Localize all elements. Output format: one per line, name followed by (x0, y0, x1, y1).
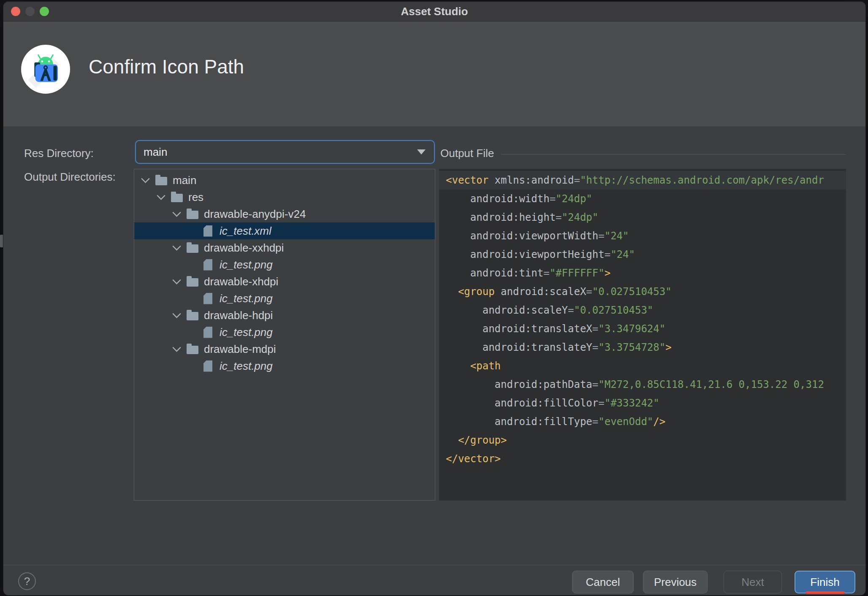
file-icon (203, 225, 212, 237)
tree-item-drawable-mdpi[interactable]: drawable-mdpi (134, 341, 435, 358)
tree-item-ic_test.png[interactable]: ic_test.png (134, 358, 435, 374)
tree-item-main[interactable]: main (134, 172, 435, 189)
tree-item-ic_test.xml[interactable]: ic_test.xml (134, 222, 435, 239)
code-line: android:pathData="M272,0.85C118.41,21.6 … (439, 375, 846, 394)
cancel-button[interactable]: Cancel (572, 571, 634, 593)
footer-divider (3, 565, 865, 565)
previous-button[interactable]: Previous (643, 571, 708, 593)
code-line: </group> (439, 431, 846, 450)
android-studio-icon (21, 45, 70, 94)
folder-icon (187, 312, 198, 320)
file-icon (203, 293, 212, 304)
asset-studio-dialog: Asset Studio (3, 2, 865, 595)
tree-item-label: drawable-hdpi (204, 309, 273, 322)
output-file-preview[interactable]: <vector xmlns:android="http://schemas.an… (439, 169, 846, 501)
folder-icon (187, 278, 198, 287)
code-line: <vector xmlns:android="http://schemas.an… (439, 171, 846, 190)
finish-button[interactable]: Finish (795, 571, 855, 593)
tree-item-label: res (188, 191, 203, 204)
code-line: android:fillColor="#333242" (439, 394, 846, 412)
tree-item-ic_test.png[interactable]: ic_test.png (134, 256, 435, 273)
separator-line (501, 154, 846, 154)
code-line: android:tint="#FFFFFF"> (439, 264, 846, 282)
next-button: Next (724, 571, 782, 593)
folder-icon (187, 244, 198, 253)
code-line: android:fillType="evenOdd"/> (439, 412, 846, 431)
tree-item-label: main (173, 174, 196, 187)
tree-item-label: drawable-xhdpi (204, 275, 278, 288)
chevron-down-icon[interactable] (172, 343, 181, 352)
chevron-down-icon[interactable] (172, 242, 181, 251)
res-directory-label: Res Directory: (24, 147, 94, 160)
finish-underline-annotation (806, 591, 845, 594)
folder-icon (155, 177, 167, 185)
folder-icon (187, 211, 198, 219)
code-line: android:viewportHeight="24" (439, 245, 846, 264)
code-line: android:translateX="3.3479624" (439, 320, 846, 338)
output-file-header: Output File (440, 147, 846, 160)
tree-item-label: drawable-xxhdpi (204, 241, 284, 255)
help-button[interactable]: ? (18, 572, 36, 590)
tree-item-label: drawable-anydpi-v24 (204, 208, 306, 221)
code-line: android:viewportWidth="24" (439, 227, 846, 245)
code-line: <group android:scaleX="0.027510453" (439, 282, 846, 301)
code-line: android:translateY="3.3754728"> (439, 338, 846, 357)
tree-item-label: drawable-mdpi (204, 343, 276, 356)
chevron-down-icon[interactable] (157, 191, 165, 200)
tree-item-drawable-hdpi[interactable]: drawable-hdpi (134, 307, 435, 324)
res-directory-combobox[interactable]: main (135, 140, 435, 164)
chevron-down-icon[interactable] (141, 174, 150, 183)
file-icon (203, 360, 212, 372)
chevron-down-icon[interactable] (172, 276, 181, 284)
tree-item-drawable-xhdpi[interactable]: drawable-xhdpi (134, 273, 435, 290)
tree-item-label: ic_test.xml (220, 225, 271, 238)
code-line: android:width="24dp" (439, 190, 846, 208)
tree-item-label: ic_test.png (220, 258, 273, 271)
tree-item-label: ic_test.png (220, 326, 273, 339)
res-directory-value: main (144, 146, 417, 159)
chevron-down-icon[interactable] (172, 309, 181, 318)
file-icon (203, 327, 212, 338)
tree-item-res[interactable]: res (134, 189, 435, 206)
window-title: Asset Studio (3, 2, 865, 21)
tree-item-drawable-xxhdpi[interactable]: drawable-xxhdpi (134, 239, 435, 256)
titlebar: Asset Studio (3, 2, 865, 22)
file-icon (203, 259, 212, 271)
tree-item-ic_test.png[interactable]: ic_test.png (134, 290, 435, 307)
tree-item-drawable-anydpi-v24[interactable]: drawable-anydpi-v24 (134, 206, 435, 222)
chevron-down-icon[interactable] (172, 208, 181, 217)
folder-icon (171, 194, 183, 202)
tree-item-label: ic_test.png (220, 360, 273, 373)
output-directories-tree[interactable]: mainresdrawable-anydpi-v24ic_test.xmldra… (134, 169, 435, 501)
code-line: </vector> (439, 450, 846, 468)
tree-item-ic_test.png[interactable]: ic_test.png (134, 324, 435, 341)
code-line: android:height="24dp" (439, 208, 846, 227)
code-line: android:scaleY="0.027510453" (439, 301, 846, 320)
output-directories-label: Output Directories: (24, 171, 116, 184)
chevron-down-icon[interactable] (417, 149, 426, 154)
page-title: Confirm Icon Path (89, 55, 244, 78)
code-line: <path (439, 357, 846, 375)
output-file-label: Output File (440, 147, 494, 160)
tree-item-label: ic_test.png (220, 292, 273, 305)
folder-icon (187, 346, 198, 354)
wizard-header: Confirm Icon Path (3, 22, 865, 127)
